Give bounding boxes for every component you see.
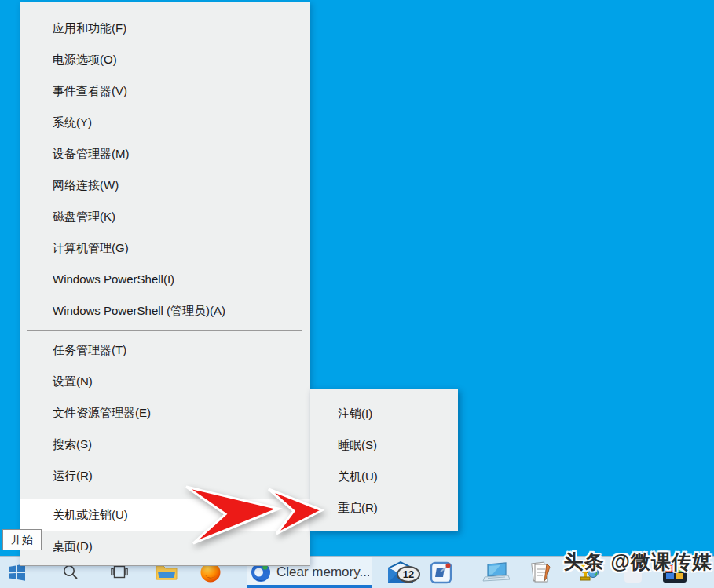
desktop: Clear memory... 12 [0, 0, 714, 588]
search-icon [62, 564, 79, 581]
notepad-button[interactable] [526, 557, 555, 588]
submenu-item-sleep[interactable]: 睡眠(S) [310, 429, 458, 461]
menu-item-power-options[interactable]: 电源选项(O) [20, 44, 310, 75]
menu-item-device-manager[interactable]: 设备管理器(M) [20, 138, 310, 170]
menu-item-computer-management[interactable]: 计算机管理(G) [20, 232, 310, 264]
menu-item-windows-powershell[interactable]: Windows PowerShell(I) [20, 264, 310, 295]
mail-unread-badge: 12 [397, 566, 420, 583]
task-view-icon [111, 564, 128, 581]
shutdown-submenu: 注销(I) 睡眠(S) 关机(U) 重启(R) [310, 389, 458, 531]
menu-item-file-explorer[interactable]: 文件资源管理器(E) [20, 397, 310, 429]
menu-item-search[interactable]: 搜索(S) [20, 429, 310, 460]
menu-item-disk-management[interactable]: 磁盘管理(K) [20, 201, 310, 232]
menu-item-task-manager[interactable]: 任务管理器(T) [20, 334, 310, 366]
submenu-item-restart[interactable]: 重启(R) [310, 492, 458, 524]
menu-item-apps-and-features[interactable]: 应用和功能(F) [20, 13, 310, 44]
start-tooltip: 开始 [2, 529, 42, 550]
laptop-icon [481, 562, 511, 583]
active-task-underline [247, 585, 372, 588]
menu-item-event-viewer[interactable]: 事件查看器(V) [20, 75, 310, 107]
red-arrow-annotation [174, 475, 331, 553]
menu-separator [27, 330, 302, 331]
browser-task-label: Clear memory... [276, 564, 369, 580]
mail-button[interactable]: 12 [383, 557, 418, 588]
menu-item-settings[interactable]: 设置(N) [20, 366, 310, 397]
watermark-text: 头条 @微课传媒 [564, 549, 712, 575]
notepad-icon [529, 561, 552, 584]
menu-item-windows-powershell-admin[interactable]: Windows PowerShell (管理员)(A) [20, 295, 310, 327]
menu-item-system[interactable]: 系统(Y) [20, 107, 310, 138]
submenu-item-shut-down[interactable]: 关机(U) [310, 461, 458, 492]
app-window-icon [430, 561, 453, 584]
app-window-button[interactable] [428, 557, 455, 588]
menu-item-network-connections[interactable]: 网络连接(W) [20, 170, 310, 201]
laptop-button[interactable] [481, 557, 511, 588]
submenu-item-sign-out[interactable]: 注销(I) [310, 398, 458, 429]
